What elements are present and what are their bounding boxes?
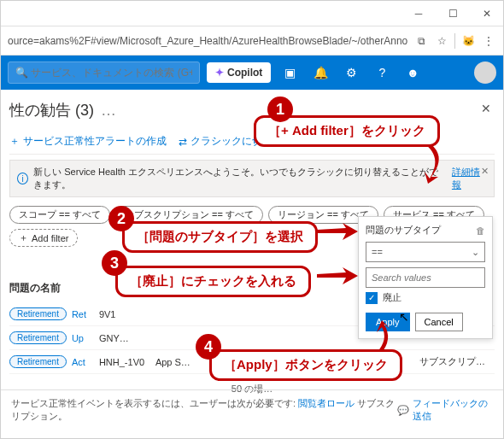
checkbox-label: 廃止 xyxy=(383,291,401,304)
annotation-number-3: 3 xyxy=(102,250,127,276)
notifications-icon[interactable]: 🔔 xyxy=(308,66,332,79)
info-icon: i xyxy=(17,173,28,184)
annotation-number-4: 4 xyxy=(196,334,221,360)
subscription-cell: サブスクリプ… xyxy=(419,355,488,368)
help-icon[interactable]: ? xyxy=(370,66,394,79)
azure-top-bar: 🔍 ✦ Copilot ▣ 🔔 ⚙ ? ☻ xyxy=(1,56,503,90)
window-close-button[interactable]: ✕ xyxy=(474,1,500,26)
annotation-arrow-1 xyxy=(418,141,452,185)
url-text[interactable]: ource=akams%2F#view/Microsoft_Azure_Heal… xyxy=(8,35,408,47)
annotation-number-2: 2 xyxy=(108,206,134,231)
status-cell: Ret xyxy=(72,309,94,319)
name-cell: HNH_-1V0 xyxy=(99,357,150,367)
cancel-button[interactable]: Cancel xyxy=(415,313,463,331)
create-alert-label: サービス正常性アラートの作成 xyxy=(23,134,167,149)
filter-checkbox-row[interactable]: ✓ 廃止 xyxy=(366,291,485,304)
divider xyxy=(454,33,455,49)
annotation-callout-3: ［廃止］にチェックを入れる xyxy=(115,266,311,297)
window-minimize-button[interactable]: ─ xyxy=(406,1,431,26)
name-cell: GNY… xyxy=(99,333,150,343)
search-input[interactable] xyxy=(31,67,192,79)
annotation-arrow-2 xyxy=(317,223,358,240)
pill-scope[interactable]: スコープ == すべて xyxy=(9,206,110,224)
status-cell: Act xyxy=(72,357,94,367)
annotation-callout-4: ［Apply］ボタンをクリック xyxy=(209,349,402,381)
profile-icon[interactable]: 🐱 xyxy=(460,33,476,49)
cloud-shell-icon[interactable]: ▣ xyxy=(278,66,302,79)
checkbox-checked-icon[interactable]: ✓ xyxy=(366,292,378,304)
feedback-icon: 💬 xyxy=(397,405,409,416)
url-bar: ource=akams%2F#view/Microsoft_Azure_Heal… xyxy=(1,26,503,56)
status-cell: Up xyxy=(72,333,94,343)
plus-icon: ＋ xyxy=(9,134,20,149)
cursor-icon: ↖ xyxy=(399,310,409,324)
settings-icon[interactable]: ⚙ xyxy=(339,66,363,79)
feedback-link[interactable]: 💬 フィードバックの送信 xyxy=(397,397,493,423)
window-maximize-button[interactable]: ☐ xyxy=(440,1,466,26)
filter-panel-label: 問題のサブタイプ 🗑 xyxy=(366,224,485,237)
star-icon[interactable]: ☆ xyxy=(434,33,449,49)
filter-operator-value: == xyxy=(372,247,383,257)
global-search[interactable]: 🔍 xyxy=(8,61,200,84)
plus-icon: ＋ xyxy=(19,231,28,244)
feedback-icon[interactable]: ☻ xyxy=(401,66,425,79)
sparkle-icon: ✦ xyxy=(215,67,224,79)
annotation-number-1: 1 xyxy=(267,97,293,122)
blade-close-button[interactable]: ✕ xyxy=(481,102,491,115)
swap-icon: ⇄ xyxy=(179,136,187,148)
feedback-label: フィードバックの送信 xyxy=(413,397,493,423)
copilot-button[interactable]: ✦ Copilot xyxy=(207,62,271,83)
more-menu-icon[interactable]: … xyxy=(101,102,116,120)
page-footer: サービス正常性イベントを表示するには、ユーザーは次が必要です: 閲覧者ロール サ… xyxy=(1,389,503,430)
search-icon: 🔍 xyxy=(15,67,28,79)
add-filter-label: Add filter xyxy=(32,233,68,243)
pill-add-filter[interactable]: ＋ Add filter xyxy=(9,229,78,247)
copilot-label: Copilot xyxy=(227,67,262,79)
page-title: 性の勧告 (3) xyxy=(9,100,94,120)
footer-text-pre: サービス正常性イベントを表示するには、ユーザーは次が必要です: xyxy=(11,398,296,408)
annotation-arrow-3 xyxy=(317,267,358,284)
open-external-icon[interactable]: ⧉ xyxy=(413,33,429,49)
more-icon[interactable]: ⋮ xyxy=(481,33,496,49)
window-titlebar: ─ ☐ ✕ xyxy=(1,1,503,26)
filter-remove-icon[interactable]: 🗑 xyxy=(476,225,485,236)
chevron-down-icon: ⌄ xyxy=(472,247,479,258)
type-badge: Retirement xyxy=(9,307,67,320)
type-badge: Retirement xyxy=(9,331,67,344)
name-cell: 9V1 xyxy=(99,309,150,319)
annotation-callout-2: ［問題のサブタイプ］を選択 xyxy=(122,221,318,253)
filter-field-label: 問題のサブタイプ xyxy=(366,224,441,237)
filter-search-input[interactable] xyxy=(366,267,485,288)
filter-operator-select[interactable]: == ⌄ xyxy=(366,242,485,262)
footer-role-link[interactable]: 閲覧者ロール xyxy=(298,398,355,408)
type-badge: Retirement xyxy=(9,355,67,368)
info-banner-text: 新しい Service Health エクスペリエンスへようこそ。いつでもクラシ… xyxy=(33,166,447,191)
create-alert-button[interactable]: ＋ サービス正常性アラートの作成 xyxy=(9,134,167,149)
user-avatar[interactable] xyxy=(474,61,496,84)
info-banner-close[interactable]: ✕ xyxy=(481,166,489,177)
